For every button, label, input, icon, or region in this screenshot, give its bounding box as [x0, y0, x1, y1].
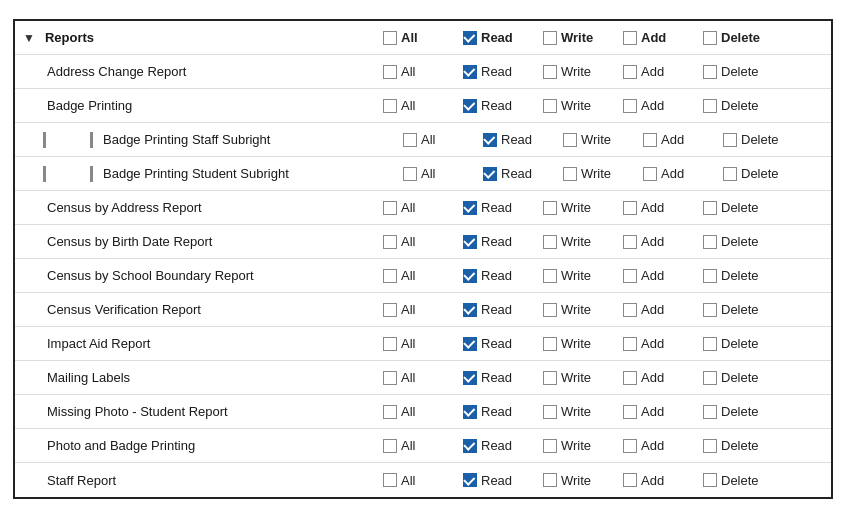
checkbox-read[interactable] [463, 371, 477, 385]
checkbox-delete[interactable] [703, 337, 717, 351]
checkbox-read[interactable] [463, 65, 477, 79]
perm-read-group: Read [463, 30, 543, 45]
checkbox-add[interactable] [623, 269, 637, 283]
perm-read-group: Read [463, 438, 543, 453]
checkbox-delete[interactable] [723, 133, 737, 147]
perm-all-group: All [383, 98, 463, 113]
checkbox-read[interactable] [483, 167, 497, 181]
perm-add-group: Add [623, 438, 703, 453]
checkbox-write[interactable] [543, 303, 557, 317]
checkbox-read[interactable] [463, 337, 477, 351]
checkbox-write[interactable] [543, 99, 557, 113]
checkbox-delete[interactable] [703, 235, 717, 249]
perm-add-group: Add [623, 473, 703, 488]
perm-label-write: Write [561, 404, 591, 419]
checkbox-write[interactable] [563, 133, 577, 147]
checkbox-write[interactable] [543, 371, 557, 385]
perm-write-group: Write [543, 473, 623, 488]
checkbox-delete[interactable] [703, 99, 717, 113]
perm-label-delete: Delete [721, 370, 759, 385]
permissions-group: AllReadWriteAddDelete [403, 166, 823, 181]
checkbox-delete[interactable] [723, 167, 737, 181]
checkbox-all[interactable] [383, 337, 397, 351]
perm-label-delete: Delete [741, 166, 779, 181]
checkbox-all[interactable] [383, 405, 397, 419]
checkbox-add[interactable] [623, 235, 637, 249]
perm-read-group: Read [463, 336, 543, 351]
checkbox-add[interactable] [643, 133, 657, 147]
permissions-group: AllReadWriteAddDelete [383, 336, 823, 351]
checkbox-write[interactable] [543, 473, 557, 487]
perm-add-group: Add [623, 64, 703, 79]
checkbox-add[interactable] [623, 405, 637, 419]
perm-delete-group: Delete [723, 166, 803, 181]
checkbox-all[interactable] [383, 31, 397, 45]
checkbox-all[interactable] [383, 439, 397, 453]
row-label: Missing Photo - Student Report [47, 404, 228, 419]
checkbox-read[interactable] [463, 405, 477, 419]
checkbox-add[interactable] [623, 303, 637, 317]
checkbox-write[interactable] [543, 439, 557, 453]
checkbox-read[interactable] [463, 235, 477, 249]
checkbox-add[interactable] [623, 201, 637, 215]
checkbox-write[interactable] [543, 269, 557, 283]
checkbox-read[interactable] [463, 303, 477, 317]
checkbox-add[interactable] [623, 31, 637, 45]
perm-label-add: Add [641, 234, 664, 249]
perm-label-read: Read [481, 200, 512, 215]
checkbox-add[interactable] [623, 99, 637, 113]
checkbox-read[interactable] [463, 31, 477, 45]
checkbox-read[interactable] [483, 133, 497, 147]
checkbox-all[interactable] [383, 303, 397, 317]
checkbox-all[interactable] [403, 167, 417, 181]
checkbox-write[interactable] [543, 337, 557, 351]
permissions-group: AllReadWriteAddDelete [383, 268, 823, 283]
perm-label-read: Read [481, 30, 513, 45]
checkbox-all[interactable] [383, 65, 397, 79]
checkbox-write[interactable] [543, 201, 557, 215]
checkbox-delete[interactable] [703, 473, 717, 487]
checkbox-add[interactable] [623, 337, 637, 351]
checkbox-all[interactable] [383, 235, 397, 249]
checkbox-write[interactable] [543, 65, 557, 79]
checkbox-add[interactable] [643, 167, 657, 181]
checkbox-delete[interactable] [703, 201, 717, 215]
checkbox-write[interactable] [543, 235, 557, 249]
checkbox-delete[interactable] [703, 439, 717, 453]
chevron-down-icon[interactable]: ▼ [23, 31, 35, 45]
checkbox-read[interactable] [463, 99, 477, 113]
perm-add-group: Add [623, 336, 703, 351]
checkbox-delete[interactable] [703, 303, 717, 317]
checkbox-delete[interactable] [703, 269, 717, 283]
checkbox-delete[interactable] [703, 31, 717, 45]
checkbox-read[interactable] [463, 439, 477, 453]
checkbox-all[interactable] [383, 473, 397, 487]
table-row-census-address: Census by Address ReportAllReadWriteAddD… [15, 191, 831, 225]
checkbox-all[interactable] [383, 99, 397, 113]
checkbox-read[interactable] [463, 473, 477, 487]
checkbox-delete[interactable] [703, 405, 717, 419]
checkbox-add[interactable] [623, 473, 637, 487]
checkbox-add[interactable] [623, 439, 637, 453]
table-row-badge-printing-student: Badge Printing Student SubrightAllReadWr… [15, 157, 831, 191]
perm-add-group: Add [623, 404, 703, 419]
checkbox-add[interactable] [623, 371, 637, 385]
checkbox-write[interactable] [543, 31, 557, 45]
checkbox-add[interactable] [623, 65, 637, 79]
checkbox-read[interactable] [463, 269, 477, 283]
checkbox-delete[interactable] [703, 65, 717, 79]
perm-label-write: Write [581, 132, 611, 147]
checkbox-all[interactable] [403, 133, 417, 147]
perm-write-group: Write [543, 438, 623, 453]
row-label: Census by School Boundary Report [47, 268, 254, 283]
perm-label-read: Read [481, 473, 512, 488]
checkbox-write[interactable] [543, 405, 557, 419]
checkbox-all[interactable] [383, 371, 397, 385]
checkbox-all[interactable] [383, 201, 397, 215]
checkbox-all[interactable] [383, 269, 397, 283]
checkbox-write[interactable] [563, 167, 577, 181]
perm-delete-group: Delete [703, 404, 783, 419]
checkbox-read[interactable] [463, 201, 477, 215]
checkbox-delete[interactable] [703, 371, 717, 385]
perm-label-add: Add [661, 166, 684, 181]
